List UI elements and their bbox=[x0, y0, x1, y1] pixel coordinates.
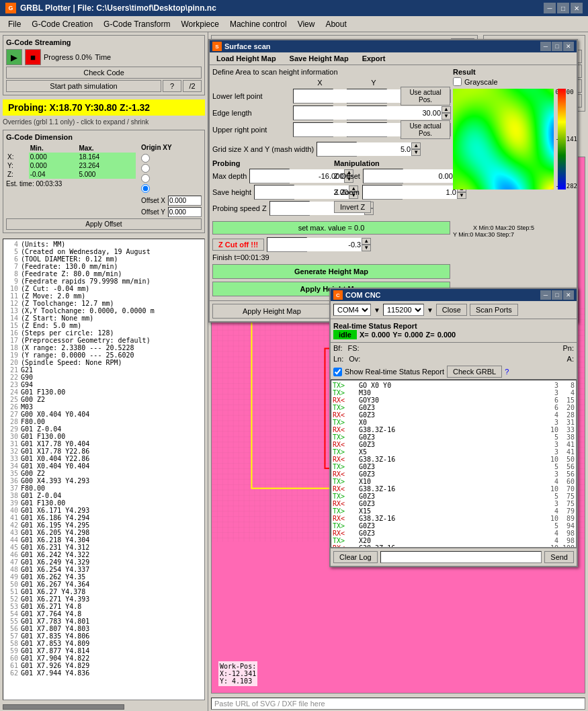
radio-1[interactable] bbox=[141, 154, 150, 163]
realtime-title: Real-time Status Report bbox=[333, 322, 574, 330]
close-button[interactable]: ✕ bbox=[571, 3, 583, 13]
scan-menu-export[interactable]: Export bbox=[355, 52, 392, 65]
start-sim-button[interactable]: Start path simulation bbox=[6, 80, 161, 92]
list-item: RX<G0Z3356 bbox=[333, 470, 575, 478]
com-close[interactable]: ✕ bbox=[563, 290, 574, 300]
show-realtime-checkbox[interactable] bbox=[333, 368, 342, 376]
sim-nav1[interactable]: ? bbox=[163, 80, 181, 92]
surface-scan-close[interactable]: ✕ bbox=[563, 42, 574, 51]
com-minimize[interactable]: ─ bbox=[540, 290, 551, 300]
max-depth-input[interactable] bbox=[250, 169, 344, 183]
play-button[interactable]: ▶ bbox=[6, 49, 22, 65]
scan-right: Result Grayscale 0.000 -0.141 -0.282 bbox=[453, 68, 574, 298]
close-com-button[interactable]: Close bbox=[436, 304, 467, 316]
main-container: G-Code Streaming ▶ ■ Progress 0.0% Time … bbox=[0, 32, 588, 711]
table-row: 9(Feedrate rapids 79.9998 mm/min) bbox=[5, 278, 203, 285]
maximize-button[interactable]: □ bbox=[557, 3, 569, 13]
scan-menu-save[interactable]: Save Height Map bbox=[283, 52, 355, 65]
help-icon[interactable]: ? bbox=[505, 368, 509, 376]
set-max-button[interactable]: set max. value = 0.0 bbox=[212, 221, 450, 235]
edge-length-y-input[interactable] bbox=[347, 106, 442, 120]
table-row: 38G01 Z-0.04 bbox=[5, 492, 203, 499]
z-cutoff-input[interactable] bbox=[267, 238, 362, 251]
table-row: 46G01 X6.242 Y4.322 bbox=[5, 551, 203, 558]
edge-y-up[interactable]: ▲ bbox=[442, 106, 451, 113]
menu-workpiece[interactable]: Workpiece bbox=[175, 18, 224, 30]
grid-up[interactable]: ▲ bbox=[411, 142, 421, 149]
table-row: 40G01 X6.171 Y4.293 bbox=[5, 507, 203, 514]
edge-y-down[interactable]: ▼ bbox=[442, 113, 451, 120]
com-port-select[interactable]: COM4 bbox=[333, 304, 371, 316]
offset-y-input[interactable] bbox=[168, 207, 202, 217]
dim-y-label: Y: bbox=[6, 161, 29, 170]
grid-size-input[interactable] bbox=[317, 142, 411, 156]
grid-down[interactable]: ▼ bbox=[411, 149, 421, 156]
list-item: TX>G0Z3575 bbox=[333, 493, 575, 500]
dim-z-max: 5.000 bbox=[77, 170, 136, 179]
invert-z-button[interactable]: Invert Z bbox=[334, 201, 371, 213]
radio-2[interactable] bbox=[141, 164, 150, 173]
list-item: TX>G0Z3594 bbox=[333, 522, 575, 530]
check-grbl-button[interactable]: Check GRBL bbox=[447, 366, 502, 378]
minimize-button[interactable]: ─ bbox=[544, 3, 556, 13]
stop-button[interactable]: ■ bbox=[25, 49, 41, 65]
com-maximize[interactable]: □ bbox=[552, 290, 562, 300]
gcode-editor[interactable]: 4(Units: MM)5(Created on Wednesday, 19 A… bbox=[3, 239, 205, 700]
url-bar[interactable]: Paste URL of SVG / DXF file here bbox=[211, 698, 585, 710]
table-row: 35G00 Z2 bbox=[5, 470, 203, 477]
table-row: 39G01 F130.00 bbox=[5, 499, 203, 507]
radio-3[interactable] bbox=[141, 174, 150, 183]
scan-menu-load[interactable]: Load Height Map bbox=[210, 52, 283, 65]
show-realtime-label: Show Real-time Status Report bbox=[345, 368, 444, 376]
surface-scan-maximize[interactable]: □ bbox=[552, 42, 562, 51]
heatmap-scale-bar bbox=[558, 89, 566, 190]
menu-gcode-transform[interactable]: G-Code Transform bbox=[98, 18, 175, 30]
dim-z-min: -0.04 bbox=[29, 170, 78, 179]
apply-height-button[interactable]: Apply Height Map bbox=[212, 304, 331, 319]
baud-select[interactable]: 115200 bbox=[383, 304, 424, 316]
apply-offset-button[interactable]: Apply Offset bbox=[6, 218, 202, 230]
sim-nav2[interactable]: /2 bbox=[183, 80, 202, 92]
z-offset-input[interactable] bbox=[364, 169, 458, 183]
zc-down[interactable]: ▼ bbox=[362, 245, 371, 251]
zc-up[interactable]: ▲ bbox=[362, 238, 371, 245]
table-row: 26M03 bbox=[5, 403, 203, 411]
menu-machine-control[interactable]: Machine control bbox=[224, 18, 292, 30]
scan-ports-button[interactable]: Scan Ports bbox=[470, 304, 518, 316]
table-row: 8(Feedrate Z: 80.0 mm/min) bbox=[5, 270, 203, 278]
z-cutoff-button[interactable]: Z Cut off !!! bbox=[212, 239, 264, 251]
menu-view[interactable]: View bbox=[292, 18, 321, 30]
overrides-label[interactable]: Overrides (grbl 1.1 only) - click to exp… bbox=[3, 118, 205, 126]
radio-4[interactable] bbox=[141, 184, 150, 193]
use-actual-1[interactable]: Use actual Pos. bbox=[401, 87, 450, 106]
dimension-row: Min. Max. X: 0.000 18.164 Y: 0.000 23.26… bbox=[6, 144, 202, 217]
com-info-row-2: Ln: Ov: A: bbox=[331, 353, 577, 364]
offset-x-input[interactable] bbox=[168, 196, 202, 206]
com-log[interactable]: TX>GO X0 Y038TX>M3034RX<GOY30615TX>G0Z36… bbox=[331, 380, 577, 548]
com-cnc-title: COM CNC bbox=[345, 291, 540, 299]
z-zoom-input[interactable] bbox=[363, 185, 457, 199]
menu-file[interactable]: File bbox=[3, 18, 26, 30]
use-actual-2[interactable]: Use actual Pos. bbox=[401, 120, 450, 139]
hscroll-bar[interactable] bbox=[0, 703, 208, 711]
list-item: TX>M3034 bbox=[333, 389, 575, 396]
grayscale-row: Grayscale bbox=[453, 77, 574, 86]
check-code-button[interactable]: Check Code bbox=[6, 67, 202, 79]
com-command-input[interactable] bbox=[380, 551, 542, 563]
table-row: 52G01 X6.271 Y4.393 bbox=[5, 595, 203, 603]
ov-label: Ov: bbox=[349, 355, 360, 363]
gcode-dimension-panel: G-Code Dimension Min. Max. X: 0.000 18.1… bbox=[3, 130, 205, 233]
surface-scan-minimize[interactable]: ─ bbox=[540, 42, 551, 51]
table-row: 24G01 F130.00 bbox=[5, 388, 203, 396]
table-row: 25G00 Z2 bbox=[5, 396, 203, 403]
menu-gcode-creation[interactable]: G-Code Creation bbox=[26, 18, 98, 30]
grayscale-checkbox[interactable] bbox=[453, 77, 462, 86]
dim-x-max: 18.164 bbox=[77, 153, 136, 161]
gen-heightmap-button[interactable]: Generate Height Map bbox=[212, 264, 450, 279]
list-item: TX>X0331 bbox=[333, 419, 575, 426]
url-placeholder: Paste URL of SVG / DXF file here bbox=[214, 700, 325, 708]
clear-log-button[interactable]: Clear Log bbox=[333, 551, 378, 563]
send-button[interactable]: Send bbox=[544, 551, 574, 563]
menu-about[interactable]: About bbox=[320, 18, 351, 30]
list-item: RX<G0Z3428 bbox=[333, 411, 575, 419]
